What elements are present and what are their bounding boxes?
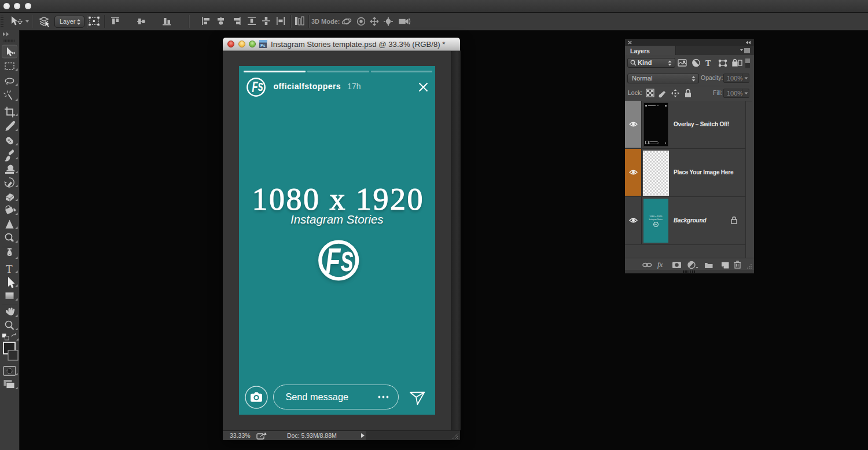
svg-text:fx: fx xyxy=(657,260,663,269)
svg-text:T: T xyxy=(6,263,13,275)
svg-text:T: T xyxy=(705,59,711,68)
svg-text:Fs: Fs xyxy=(252,78,263,96)
svg-text:Fs: Fs xyxy=(326,239,354,281)
svg-text:Ps: Ps xyxy=(260,43,266,47)
